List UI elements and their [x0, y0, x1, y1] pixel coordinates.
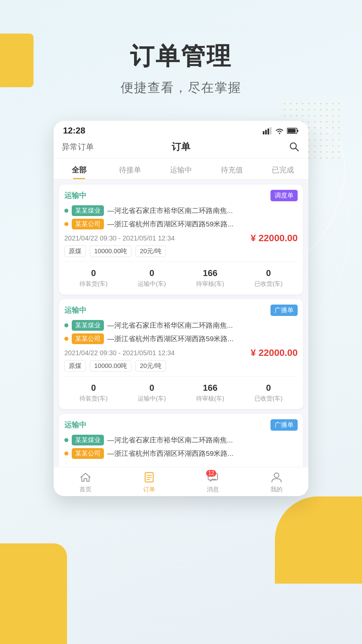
to-dot-3	[64, 451, 68, 455]
nav-message-label: 消息	[181, 485, 245, 493]
signal-icon	[263, 127, 272, 135]
stat-received-1: 0 已收货(车)	[254, 268, 283, 288]
tags-row-1: 原煤 10000.00吨 20元/吨	[64, 246, 298, 257]
from-dot-2	[64, 323, 68, 327]
to-dot-2	[64, 337, 68, 341]
nav-home[interactable]: 首页	[54, 471, 117, 493]
stat-review-1: 166 待审核(车)	[196, 268, 224, 288]
tags-row-2: 原煤 10000.00吨 20元/吨	[64, 360, 298, 372]
card-header-3: 运输中 广播单	[64, 419, 298, 431]
price-1: ¥ 22000.00	[251, 233, 298, 244]
nav-bar: 异常订单 订单	[54, 139, 308, 158]
stat-loading-1: 0 待装货(车)	[79, 268, 108, 288]
order-badge-2: 广播单	[270, 305, 298, 316]
divider-1	[64, 262, 298, 262]
tag-price-2: 20元/吨	[135, 360, 166, 372]
page-header: 订单管理 便捷查看，尽在掌握	[0, 40, 362, 96]
from-row-1: 某某煤业 —河北省石家庄市裕华区南二环路南焦...	[64, 205, 298, 216]
wifi-icon	[275, 127, 284, 135]
nav-right	[221, 141, 300, 153]
stat-transit-1: 0 运输中(车)	[138, 268, 166, 288]
svg-rect-1	[265, 130, 267, 135]
stat-loading-2: 0 待装货(车)	[79, 383, 108, 402]
nav-home-label: 首页	[54, 485, 117, 493]
tag-coal-1: 原煤	[64, 246, 86, 257]
tabs-bar: 全部 待接单 运输中 待充值 已完成	[54, 158, 308, 180]
svg-point-4	[279, 133, 280, 134]
to-row-1: 某某公司 —浙江省杭州市西湖区环湖西路59米路...	[64, 219, 298, 229]
tag-price-1: 20元/吨	[135, 246, 166, 257]
home-icon	[79, 471, 92, 484]
from-row-2: 某某煤业 —河北省石家庄市裕华区南二环路南焦...	[64, 320, 298, 331]
from-route-3: —河北省石家庄市裕华区南二环路南焦...	[107, 435, 298, 445]
battery-icon	[287, 127, 299, 134]
stat-received-2: 0 已收货(车)	[254, 383, 283, 402]
tag-coal-2: 原煤	[64, 360, 86, 372]
tab-transit[interactable]: 运输中	[156, 162, 206, 179]
order-card-2[interactable]: 运输中 广播单 某某煤业 —河北省石家庄市裕华区南二环路南焦... 某某公司 —…	[59, 299, 303, 409]
card-header-1: 运输中 调度单	[64, 190, 298, 201]
order-badge-1: 调度单	[270, 190, 298, 201]
stat-review-2: 166 待审核(车)	[196, 383, 224, 402]
to-dot-1	[64, 222, 68, 226]
page-subtitle: 便捷查看，尽在掌握	[0, 79, 362, 96]
date-row-1: 2021/04/22 09:30 - 2021/05/01 12:34 ¥ 22…	[64, 233, 298, 244]
page-title: 订单管理	[0, 40, 362, 72]
date-range-1: 2021/04/22 09:30 - 2021/05/01 12:34	[64, 234, 175, 242]
order-status-2: 运输中	[64, 305, 86, 315]
to-route-2: —浙江省杭州市西湖区环湖西路59米路...	[107, 334, 298, 343]
tag-weight-1: 10000.00吨	[90, 246, 131, 257]
svg-rect-6	[297, 130, 298, 132]
stats-row-2: 0 待装货(车) 0 运输中(车) 166 待审核(车) 0 已收货(车)	[64, 379, 298, 404]
from-dot-3	[64, 438, 68, 442]
stat-transit-2: 0 运输中(车)	[138, 383, 166, 402]
stats-row-1: 0 待装货(车) 0 运输中(车) 166 待审核(车) 0 已收货(车)	[64, 265, 298, 289]
from-route-2: —河北省石家庄市裕华区南二环路南焦...	[107, 321, 298, 330]
to-row-3: 某某公司 —浙江省杭州市西湖区环湖西路59米路...	[64, 448, 298, 459]
message-badge: 12	[206, 470, 216, 477]
nav-order[interactable]: 订单	[117, 471, 181, 493]
from-dot-1	[64, 209, 68, 213]
nav-order-label: 订单	[117, 485, 181, 493]
tag-weight-2: 10000.00吨	[90, 360, 131, 372]
order-card[interactable]: 运输中 调度单 某某煤业 —河北省石家庄市裕华区南二环路南焦... 某某公司 —…	[59, 184, 303, 294]
svg-rect-3	[270, 127, 272, 135]
search-icon[interactable]	[288, 141, 300, 153]
svg-rect-7	[288, 129, 296, 133]
from-company-1: 某某煤业	[72, 205, 104, 216]
tab-pending[interactable]: 待接单	[105, 162, 156, 179]
date-range-2: 2021/04/22 09:30 - 2021/05/01 12:34	[64, 349, 175, 357]
date-row-2: 2021/04/22 09:30 - 2021/05/01 12:34 ¥ 22…	[64, 347, 298, 358]
order-status-1: 运输中	[64, 191, 86, 201]
status-bar: 12:28	[54, 121, 308, 139]
svg-point-15	[274, 473, 279, 478]
from-company-3: 某某煤业	[72, 435, 104, 445]
nav-message[interactable]: 12 消息	[181, 471, 245, 493]
tab-recharge[interactable]: 待充值	[206, 162, 257, 179]
nav-center-label: 订单	[141, 141, 221, 153]
order-status-3: 运输中	[64, 420, 86, 430]
nav-left-label[interactable]: 异常订单	[62, 142, 141, 152]
nav-profile-label: 我的	[245, 485, 308, 493]
tab-all[interactable]: 全部	[54, 162, 105, 179]
divider-2	[64, 376, 298, 377]
nav-profile[interactable]: 我的	[245, 471, 308, 493]
status-time: 12:28	[63, 125, 85, 136]
bg-decoration-bl	[0, 543, 67, 644]
tab-done[interactable]: 已完成	[257, 162, 308, 179]
bottom-nav: 首页 订单 12 消息	[54, 467, 308, 496]
content-area: 运输中 调度单 某某煤业 —河北省石家庄市裕华区南二环路南焦... 某某公司 —…	[54, 180, 308, 467]
profile-icon	[270, 471, 283, 484]
from-row-3: 某某煤业 —河北省石家庄市裕华区南二环路南焦...	[64, 435, 298, 445]
card-header-2: 运输中 广播单	[64, 305, 298, 316]
order-badge-3: 广播单	[270, 419, 298, 431]
to-route-3: —浙江省杭州市西湖区环湖西路59米路...	[107, 449, 298, 458]
svg-line-9	[296, 148, 298, 151]
status-icons	[263, 127, 299, 135]
to-company-3: 某某公司	[72, 448, 104, 459]
from-route-1: —河北省石家庄市裕华区南二环路南焦...	[107, 206, 298, 215]
order-icon	[142, 471, 156, 484]
order-card-3[interactable]: 运输中 广播单 某某煤业 —河北省石家庄市裕华区南二环路南焦... 某某公司 —…	[59, 414, 303, 467]
svg-rect-0	[263, 131, 264, 135]
to-row-2: 某某公司 —浙江省杭州市西湖区环湖西路59米路...	[64, 333, 298, 344]
